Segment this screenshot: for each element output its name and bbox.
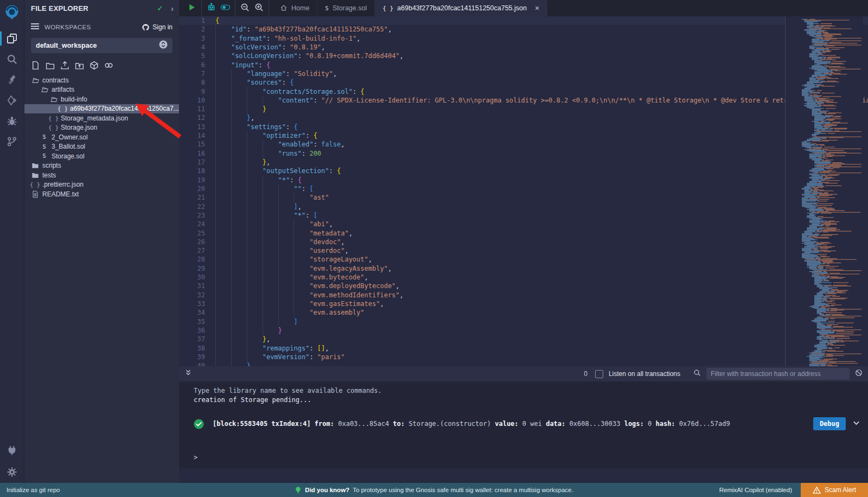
editor-area: HomeSStorage.sol{ }a69b43f277ba20fcac141… <box>179 0 868 483</box>
tree-item[interactable]: { }.prettierrc.json <box>24 180 179 190</box>
tree-item[interactable]: tests <box>24 170 179 180</box>
tree-item[interactable]: README.txt <box>24 189 179 199</box>
code-editor[interactable]: 1{2 "id": "a69b43f277ba20fcac141151250ca… <box>179 16 868 383</box>
tree-item[interactable]: S3_Ballot.sol <box>24 142 179 152</box>
github-sign-in[interactable]: Sign in <box>142 23 173 31</box>
ban-icon[interactable] <box>855 369 863 379</box>
debugger-icon[interactable] <box>0 111 24 131</box>
code-line[interactable]: 10 "content": "// SPDX-License-Identifie… <box>179 96 868 105</box>
code-line[interactable]: 26 "devdoc", <box>179 238 868 246</box>
code-line[interactable]: 28 "storageLayout", <box>179 255 868 264</box>
tree-item[interactable]: S2_Owner.sol <box>24 132 179 142</box>
code-line[interactable]: 4 "solcVersion": "0.8.19", <box>179 43 868 52</box>
code-line[interactable]: 15 "enabled": false, <box>179 140 868 149</box>
zoom-out-icon[interactable] <box>240 3 250 14</box>
tree-item[interactable]: artifacts <box>24 85 179 95</box>
editor-ai-toggle-icon[interactable] <box>221 3 230 14</box>
remixai-assistant-icon[interactable] <box>207 3 216 14</box>
code-line[interactable]: 13 "settings": { <box>179 123 868 131</box>
expand-terminal-icon[interactable] <box>184 369 192 379</box>
tree-item[interactable]: { }Storage_metadata.json <box>24 113 179 123</box>
code-line[interactable]: 23 "*": [ <box>179 211 868 220</box>
listen-checkbox[interactable] <box>595 370 603 378</box>
code-line[interactable]: 22 ], <box>179 202 868 211</box>
code-line[interactable]: 16 "runs": 200 <box>179 149 868 158</box>
code-line[interactable]: 25 "metadata", <box>179 229 868 238</box>
code-line[interactable]: 19 "*": { <box>179 176 868 184</box>
code-line[interactable]: 17 }, <box>179 158 868 167</box>
cube-icon[interactable] <box>90 61 99 72</box>
code-line[interactable]: 21 "ast" <box>179 193 868 202</box>
new-folder-icon[interactable] <box>46 61 55 72</box>
upload-file-icon[interactable] <box>60 61 69 72</box>
code-line[interactable]: 7 "language": "Solidity", <box>179 69 868 78</box>
code-line[interactable]: 24 "abi", <box>179 220 868 228</box>
code-line[interactable]: 12 }, <box>179 113 868 122</box>
code-line[interactable]: 33 "evm.gasEstimates", <box>179 300 868 308</box>
scam-alert-button[interactable]: Scam Alert <box>801 483 868 497</box>
code-line[interactable]: 32 "evm.methodIdentifiers", <box>179 291 868 300</box>
hamburger-menu-icon[interactable] <box>31 22 39 32</box>
settings-icon[interactable] <box>0 461 24 483</box>
code-line[interactable]: 35 ] <box>179 317 868 326</box>
indent-guide <box>247 238 247 246</box>
tree-item[interactable]: contracts <box>24 75 179 85</box>
close-tab-icon[interactable]: × <box>535 4 539 12</box>
tab-a69b43f277ba20fcac141151250ca755-json[interactable]: { }a69b43f277ba20fcac141151250ca755.json… <box>375 0 547 16</box>
workspace-select[interactable]: default_workspace <box>31 38 173 53</box>
code-line[interactable]: 9 "contracts/Storage.sol": { <box>179 87 868 96</box>
terminal[interactable]: Type the library name to see available c… <box>179 381 868 469</box>
terminal-prompt[interactable]: > <box>194 454 197 461</box>
chevron-down-icon[interactable] <box>852 419 860 429</box>
plugin-manager-icon[interactable] <box>0 439 24 461</box>
tab-home[interactable]: Home <box>272 0 317 16</box>
deploy-and-run-icon[interactable] <box>0 90 24 111</box>
code-line[interactable]: 14 "optimizer": { <box>179 131 868 140</box>
tree-item[interactable]: SStorage.sol <box>24 151 179 161</box>
zoom-in-icon[interactable] <box>254 3 264 14</box>
code-line[interactable]: 6 "input": { <box>179 61 868 69</box>
chevron-right-icon[interactable]: › <box>171 4 174 13</box>
file-explorer-icon[interactable] <box>0 28 24 49</box>
search-icon[interactable] <box>0 49 24 69</box>
debug-button[interactable]: Debug <box>813 417 846 430</box>
code-line[interactable]: 39 "evmVersion": "paris" <box>179 353 868 361</box>
git-icon[interactable] <box>0 131 24 152</box>
code-line[interactable]: 37 }, <box>179 335 868 343</box>
code-line[interactable]: 18 "outputSelection": { <box>179 167 868 175</box>
git-init-button[interactable]: Initialize as git repo <box>0 487 60 493</box>
code-line[interactable]: 30 "evm.bytecode", <box>179 273 868 282</box>
link-icon[interactable] <box>104 61 113 72</box>
new-file-icon[interactable] <box>31 61 40 72</box>
solidity-compiler-icon[interactable] <box>0 69 24 90</box>
code-line[interactable]: 27 "userdoc", <box>179 246 868 255</box>
copilot-status[interactable]: RemixAI Copilot (enabled) <box>719 487 792 493</box>
run-script-icon[interactable] <box>187 3 196 14</box>
code-line[interactable]: 8 "sources": { <box>179 78 868 87</box>
code-line[interactable]: 3 "_format": "hh-sol-build-info-1", <box>179 34 868 43</box>
code-line[interactable]: 34 "evm.assembly" <box>179 308 868 317</box>
code-line[interactable]: 5 "solcLongVersion": "0.8.19+commit.7dd6… <box>179 52 868 60</box>
transaction-filter-input[interactable] <box>706 368 850 380</box>
workspace-stepper-icon[interactable] <box>159 40 168 51</box>
upload-folder-icon[interactable] <box>75 61 84 72</box>
tree-item[interactable]: build-info <box>24 94 179 104</box>
code-line[interactable]: 38 "remappings": [], <box>179 344 868 353</box>
code-line[interactable]: 36 } <box>179 326 868 335</box>
code-line[interactable]: 1{ <box>179 16 868 25</box>
indent-guide <box>263 326 263 335</box>
transaction-row[interactable]: [block:5583405 txIndex:4] from: 0xa03...… <box>194 417 860 430</box>
tree-item[interactable]: { }a69b43f277ba20fcac141151250ca7... <box>24 104 179 114</box>
code-line[interactable]: 2 "id": "a69b43f277ba20fcac141151250ca75… <box>179 25 868 34</box>
remix-logo-icon[interactable] <box>3 3 21 22</box>
code-line[interactable]: 20 "": [ <box>179 184 868 193</box>
tree-item[interactable]: { }Storage.json <box>24 123 179 133</box>
minimap[interactable] <box>785 16 863 383</box>
code-line[interactable]: 29 "evm.legacyAssembly", <box>179 264 868 273</box>
code-line[interactable]: 11 } <box>179 105 868 113</box>
tab-storage-sol[interactable]: SStorage.sol <box>317 0 375 16</box>
code-line[interactable]: 31 "evm.deployedBytecode", <box>179 282 868 290</box>
tree-item[interactable]: scripts <box>24 161 179 171</box>
code-line-text: "evm.bytecode", <box>215 273 368 281</box>
line-number: 19 <box>179 176 205 184</box>
